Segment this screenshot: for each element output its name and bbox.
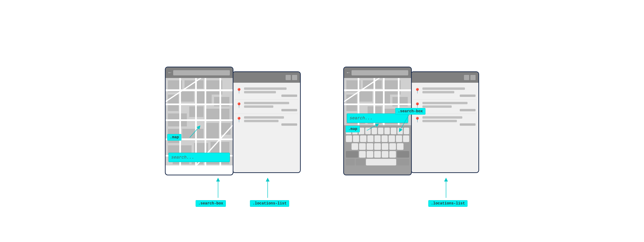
map-area-1: search... xyxy=(166,78,233,166)
map-annotation-1: .map xyxy=(167,134,182,140)
svg-rect-32 xyxy=(220,78,221,166)
section1: ← xyxy=(165,67,301,175)
loc-bar xyxy=(422,116,462,119)
phone1-right: 📍 📍 xyxy=(232,71,301,173)
loc-bar xyxy=(422,88,465,90)
search-box-2[interactable]: search... xyxy=(347,114,408,123)
loc-bar xyxy=(422,106,452,108)
kb-key[interactable] xyxy=(378,128,384,134)
pin-icon: 📍 xyxy=(414,117,420,123)
phone2-left: ← xyxy=(343,67,412,175)
loc-tag xyxy=(460,123,476,126)
title-bar xyxy=(173,70,230,76)
kb-key[interactable] xyxy=(389,143,396,150)
win-btn-2 xyxy=(292,75,297,80)
kb-num-key[interactable] xyxy=(346,159,355,166)
svg-rect-25 xyxy=(166,104,233,105)
kb-key[interactable] xyxy=(397,128,403,134)
location-text xyxy=(244,88,297,97)
kb-key[interactable] xyxy=(396,136,402,142)
svg-rect-31 xyxy=(204,78,206,166)
loc-tag xyxy=(281,94,298,97)
phones-row-1: ← xyxy=(165,67,301,175)
kb-key[interactable] xyxy=(388,136,395,142)
kb-key[interactable] xyxy=(382,151,388,158)
list-item: 📍 xyxy=(235,114,298,128)
kb-key[interactable] xyxy=(391,128,396,134)
phone1-left: ← xyxy=(165,67,234,175)
location-text xyxy=(244,116,297,126)
kb-key[interactable] xyxy=(372,128,377,134)
location-text xyxy=(244,102,297,111)
back-arrow-icon: ← xyxy=(168,70,171,76)
kb-key[interactable] xyxy=(374,143,381,150)
kb-key[interactable] xyxy=(353,136,359,142)
phone1-topbar: ← xyxy=(166,67,233,78)
keyboard-area xyxy=(344,125,411,175)
svg-rect-13 xyxy=(206,109,230,120)
kb-row-3 xyxy=(346,143,409,150)
kb-key[interactable] xyxy=(367,151,373,158)
kb-key[interactable] xyxy=(374,151,381,158)
kb-key[interactable] xyxy=(404,128,409,134)
kb-key[interactable] xyxy=(374,136,380,142)
kb-space-key[interactable] xyxy=(366,159,396,166)
locations-list-2: 📍 📍 xyxy=(411,83,478,173)
kb-row-4 xyxy=(346,151,409,158)
title-bar-2 xyxy=(352,70,408,76)
phone2-right-topbar xyxy=(411,72,478,83)
kb-key[interactable] xyxy=(384,128,390,134)
kb-key[interactable] xyxy=(382,136,388,142)
kb-key[interactable] xyxy=(397,143,404,150)
kb-key[interactable] xyxy=(359,143,366,150)
kb-key[interactable] xyxy=(389,151,396,158)
kb-delete-key[interactable] xyxy=(397,151,409,158)
list-item: 📍 xyxy=(413,114,476,128)
search-box-1[interactable]: search... xyxy=(168,153,230,162)
phone2-topbar: ← xyxy=(344,67,411,78)
map-area-2: search... xyxy=(344,78,411,125)
svg-rect-16 xyxy=(206,123,219,140)
kb-key[interactable] xyxy=(352,143,358,150)
search-text-1: search... xyxy=(171,155,194,160)
list-item: 📍 xyxy=(235,100,298,114)
win-btn-4 xyxy=(470,75,476,80)
win-btn-3 xyxy=(464,75,469,80)
location-text xyxy=(422,102,476,111)
phone2-right: 📍 📍 xyxy=(410,71,479,173)
kb-key[interactable] xyxy=(382,143,388,150)
svg-rect-15 xyxy=(182,129,204,138)
loc-bar xyxy=(244,88,286,90)
kb-key[interactable] xyxy=(365,128,371,134)
back-arrow-icon-2: ← xyxy=(347,70,350,76)
kb-key[interactable] xyxy=(346,136,352,142)
svg-rect-43 xyxy=(359,91,372,102)
kb-key[interactable] xyxy=(359,151,366,158)
locationslist-annotation-1: .locations-list xyxy=(250,200,289,207)
pin-icon: 📍 xyxy=(236,117,242,123)
phone1-right-topbar xyxy=(233,72,300,83)
loc-tag xyxy=(460,94,476,97)
svg-rect-24 xyxy=(166,89,233,91)
locations-list-1: 📍 📍 xyxy=(233,83,300,173)
kb-key[interactable] xyxy=(360,136,366,142)
loc-bar xyxy=(422,120,457,122)
kb-return-key[interactable] xyxy=(397,159,409,166)
svg-rect-44 xyxy=(375,91,390,104)
list-item: 📍 xyxy=(235,85,298,100)
svg-rect-30 xyxy=(195,78,197,166)
map-annotation-2: .map xyxy=(346,126,360,132)
kb-emoji-key[interactable] xyxy=(356,159,365,166)
pin-icon: 📍 xyxy=(414,102,420,109)
kb-key[interactable] xyxy=(367,143,373,150)
map-streets-svg xyxy=(166,78,233,166)
kb-shift-key[interactable] xyxy=(346,151,358,158)
section2: ← xyxy=(343,67,479,175)
svg-rect-8 xyxy=(181,91,194,102)
kb-key[interactable] xyxy=(403,136,409,142)
kb-row-2 xyxy=(346,136,409,142)
kb-key[interactable] xyxy=(367,136,374,142)
pin-icon: 📍 xyxy=(414,88,420,94)
svg-rect-49 xyxy=(344,89,411,91)
location-text xyxy=(422,116,476,126)
